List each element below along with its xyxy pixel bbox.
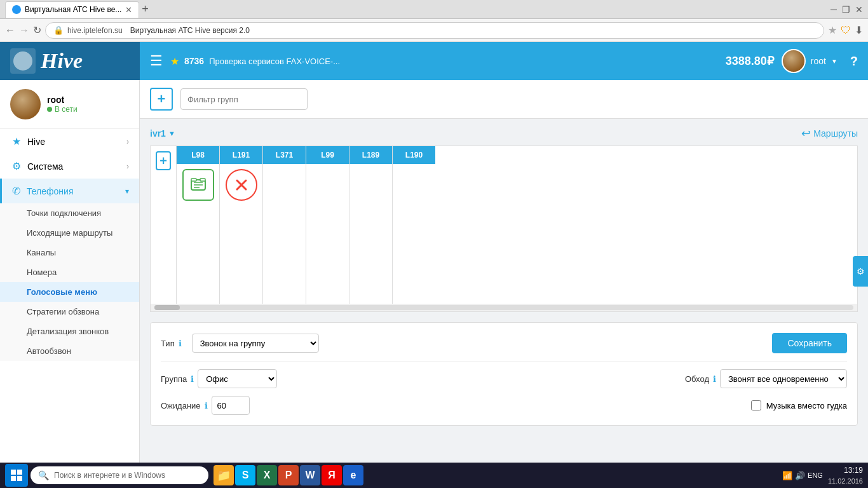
column-header-l189: L189 [349, 146, 392, 164]
shield-icon[interactable]: 🛡 [841, 25, 851, 36]
taskbar-app-skype[interactable]: S [235, 465, 255, 485]
add-column-button[interactable]: + [156, 151, 171, 170]
ivr-add-column: + [151, 146, 176, 311]
lock-icon: 🔒 [53, 25, 64, 35]
starred-menu-item[interactable]: ★ 8736 Проверка сервисов FAX-VOICE-... [170, 55, 340, 67]
hive-logo: Hive [0, 42, 140, 80]
sidebar-subitem-autodialer[interactable]: Автообзвон [0, 341, 139, 361]
taskbar-date: 11.02.2016 [828, 476, 863, 487]
user-avatar [782, 49, 806, 73]
ivr-selector[interactable]: ivr1 ▼ [150, 128, 175, 139]
sidebar-subitem-voice-menu[interactable]: Голосовые меню [0, 282, 139, 302]
browser-tab[interactable]: Виртуальная АТС Hive ве... ✕ [5, 1, 139, 18]
taskbar-app-excel[interactable]: X [257, 465, 277, 485]
sidebar-subitem-numbers[interactable]: Номера [0, 262, 139, 282]
taskbar-app-word[interactable]: W [300, 465, 320, 485]
lang-indicator[interactable]: ENG [808, 471, 823, 479]
wait-input[interactable] [212, 396, 250, 415]
ivr-column-l371: L371 [262, 146, 306, 311]
tab-close-icon[interactable]: ✕ [125, 5, 132, 15]
ivr-dropdown-icon: ▼ [168, 130, 175, 137]
taskbar-right: 📶 🔊 ENG 13:19 11.02.2016 [782, 464, 863, 487]
column-body-l98 [177, 164, 219, 311]
taskbar-search[interactable]: 🔍 Поиск в интернете и в Windows [31, 466, 208, 484]
sidebar-subitem-call-strategies[interactable]: Стратегии обзвона [0, 302, 139, 322]
help-button[interactable]: ? [850, 54, 858, 69]
save-button[interactable]: Сохранить [772, 333, 847, 353]
column-header-l371: L371 [263, 146, 306, 164]
sidebar-subitem-call-detail[interactable]: Детализация звонков [0, 322, 139, 341]
taskbar-search-icon: 🔍 [38, 470, 49, 480]
refresh-button[interactable]: ↻ [33, 24, 41, 36]
taskbar-app-yandex[interactable]: Я [322, 465, 342, 485]
bypass-info-icon[interactable]: ℹ [713, 374, 716, 384]
music-label: Музыка вместо гудка [766, 401, 847, 410]
hive-arrow-icon: › [126, 137, 129, 146]
address-bar[interactable]: 🔒 hive.iptelefon.su Виртуальная АТС Hive… [45, 22, 824, 39]
ivr-column-l190: L190 [392, 146, 435, 311]
download-icon[interactable]: ⬇ [855, 24, 863, 36]
hamburger-button[interactable]: ☰ [150, 53, 163, 69]
logo-emblem [10, 48, 36, 74]
add-ivr-button[interactable]: + [150, 88, 173, 111]
sidebar-subitem-connection-points[interactable]: Точки подключения [0, 203, 139, 223]
network-icon[interactable]: 📶 [782, 471, 792, 480]
column-header-l191: L191 [220, 146, 262, 164]
gear-icon: ⚙ [857, 266, 865, 276]
taskbar-app-powerpoint[interactable]: P [278, 465, 299, 485]
column-body-l191 [220, 164, 262, 311]
start-button[interactable] [5, 464, 28, 487]
sidebar-item-telephony[interactable]: ✆ Телефония ▾ [0, 179, 139, 203]
ivr-node-queue[interactable] [182, 169, 214, 201]
minimize-icon[interactable]: ─ [831, 4, 837, 15]
filter-input[interactable] [180, 88, 308, 110]
tab-title: Виртуальная АТС Hive ве... [25, 5, 121, 14]
column-header-l190: L190 [393, 146, 435, 164]
menu-text: Проверка сервисов FAX-VOICE-... [209, 57, 340, 66]
ivr-node-delete[interactable] [226, 169, 257, 201]
forward-button[interactable]: → [19, 25, 29, 36]
bookmark-icon[interactable]: ★ [828, 24, 837, 36]
sidebar-username: root [47, 95, 78, 105]
bypass-label: Обход [685, 374, 709, 384]
close-icon[interactable]: ✕ [855, 4, 863, 15]
routes-label: Маршруты [813, 128, 858, 139]
canvas-scroll-bar[interactable] [151, 304, 857, 311]
wait-info-icon[interactable]: ℹ [205, 401, 208, 410]
back-button[interactable]: ← [5, 25, 15, 36]
svg-rect-9 [17, 470, 22, 475]
group-select[interactable]: ОфисМенеджерыТехподдержка [198, 369, 277, 388]
browser-chrome: Виртуальная АТС Hive ве... ✕ + ─ ❐ ✕ [0, 0, 868, 19]
bypass-select[interactable]: Звонят все одновременноПоочередноПо наим… [720, 369, 847, 388]
type-info-icon[interactable]: ℹ [179, 339, 182, 348]
type-select[interactable]: Звонок на группуГолосовое сообщениеПереа… [192, 334, 319, 353]
header-user[interactable]: root ▼ [782, 49, 837, 73]
sidebar-item-system[interactable]: ⚙ Система › [0, 154, 139, 179]
system-arrow-icon: › [126, 162, 129, 171]
sidebar-item-hive[interactable]: ★ Hive › [0, 129, 139, 154]
app: Hive ☰ ★ 8736 Проверка сервисов FAX-VOIC… [0, 42, 868, 463]
routes-link[interactable]: ↩ Маршруты [801, 126, 858, 140]
svg-rect-4 [191, 179, 196, 181]
browser-toolbar: ← → ↻ 🔒 hive.iptelefon.su Виртуальная АТ… [0, 19, 868, 42]
music-checkbox[interactable] [751, 400, 761, 410]
ivr-column-l191: L191 [219, 146, 262, 311]
column-header-l99: L99 [306, 146, 349, 164]
music-checkbox-label[interactable]: Музыка вместо гудка [751, 400, 847, 410]
ivr-column-l98: L98 [176, 146, 219, 311]
user-dropdown-icon: ▼ [831, 58, 837, 65]
sidebar-submenu: Точки подключения Исходящие маршруты Кан… [0, 203, 139, 361]
sidebar-subitem-outbound-routes[interactable]: Исходящие маршруты [0, 223, 139, 243]
header-balance: 3388.80₽ [726, 54, 774, 68]
volume-icon[interactable]: 🔊 [795, 471, 805, 480]
new-tab-button[interactable]: + [142, 3, 149, 16]
ivr-columns-scroll[interactable]: L98 [176, 146, 857, 311]
taskbar-app-browser2[interactable]: e [343, 465, 363, 485]
restore-icon[interactable]: ❐ [842, 4, 850, 15]
sidebar-subitem-channels[interactable]: Каналы [0, 243, 139, 262]
group-info-icon[interactable]: ℹ [191, 374, 194, 384]
taskbar-app-explorer[interactable]: 📁 [214, 465, 234, 485]
form-divider [161, 361, 847, 362]
right-gear-button[interactable]: ⚙ [853, 256, 868, 287]
ivr-header: ivr1 ▼ ↩ Маршруты [150, 126, 858, 140]
